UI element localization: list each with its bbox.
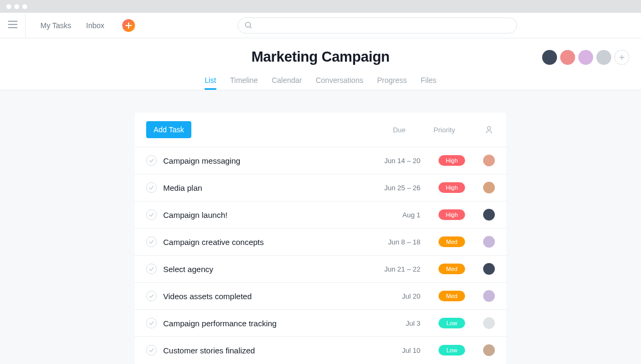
column-header-due: Due [368, 126, 406, 134]
search-input[interactable] [238, 18, 517, 33]
task-assignee[interactable] [483, 209, 495, 221]
column-header-priority: Priority [431, 126, 458, 134]
task-name[interactable]: Select agency [163, 265, 375, 274]
task-panel: Add Task Due Priority Campaign messaging… [134, 113, 507, 364]
add-member-button[interactable] [614, 50, 629, 65]
task-row[interactable]: Select agencyJun 21 – 22Med [134, 256, 507, 283]
task-name[interactable]: Campaign messaging [163, 156, 375, 165]
task-due: Jul 20 [375, 292, 420, 300]
member-avatar[interactable] [560, 50, 575, 65]
task-row[interactable]: Customer stories finalizedJul 10Low [134, 337, 507, 363]
task-row[interactable]: Campaign launch!Aug 1High [134, 201, 507, 228]
priority-badge: Med [438, 236, 465, 247]
complete-check-icon[interactable] [146, 236, 157, 247]
task-assignee[interactable] [483, 236, 495, 248]
task-assignee[interactable] [483, 182, 495, 193]
tab-conversations[interactable]: Conversations [316, 76, 364, 90]
task-name[interactable]: Media plan [163, 183, 375, 192]
task-row[interactable]: Campaign messagingJun 14 – 20High [134, 147, 507, 174]
project-header: Marketing Campaign ListTimelineCalendarC… [0, 38, 641, 90]
task-assignee[interactable] [483, 290, 495, 302]
project-tabs: ListTimelineCalendarConversationsProgres… [0, 76, 641, 90]
member-avatar[interactable] [596, 50, 611, 65]
assignee-avatar[interactable] [483, 236, 495, 248]
window-titlebar [0, 0, 641, 13]
task-row[interactable]: Videos assets completedJul 20Med [134, 283, 507, 310]
task-assignee[interactable] [483, 155, 495, 166]
task-name[interactable]: Customer stories finalized [163, 346, 375, 355]
priority-badge: Low [438, 345, 465, 355]
member-avatar[interactable] [542, 50, 557, 65]
member-avatar[interactable] [578, 50, 593, 65]
task-assignee[interactable] [483, 263, 495, 275]
svg-point-5 [246, 22, 250, 27]
complete-check-icon[interactable] [146, 318, 157, 328]
priority-badge: High [438, 182, 465, 193]
task-due: Jun 14 – 20 [375, 157, 420, 165]
task-due: Aug 1 [375, 211, 420, 219]
project-members [542, 50, 629, 65]
task-name[interactable]: Campaign launch! [163, 210, 375, 219]
assignee-avatar[interactable] [483, 182, 495, 193]
assignee-avatar[interactable] [483, 155, 495, 166]
priority-badge: High [438, 155, 465, 166]
task-assignee[interactable] [483, 317, 495, 329]
tab-files[interactable]: Files [420, 76, 436, 90]
task-due: Jul 10 [375, 346, 420, 354]
complete-check-icon[interactable] [146, 209, 157, 220]
tab-timeline[interactable]: Timeline [230, 76, 258, 90]
column-header-assignee-icon [483, 125, 495, 134]
task-assignee[interactable] [483, 344, 495, 356]
assignee-avatar[interactable] [483, 209, 495, 221]
tab-progress[interactable]: Progress [377, 76, 407, 90]
task-row[interactable]: Campaign creative conceptsJun 8 – 18Med [134, 228, 507, 256]
nav-inbox[interactable]: Inbox [86, 21, 104, 30]
complete-check-icon[interactable] [146, 291, 157, 301]
assignee-avatar[interactable] [483, 290, 495, 302]
traffic-light-minimize[interactable] [14, 4, 19, 9]
tab-list[interactable]: List [205, 76, 216, 90]
task-name[interactable]: Campaign performance tracking [163, 319, 375, 328]
assignee-avatar[interactable] [483, 263, 495, 275]
search-icon [244, 21, 252, 29]
task-name[interactable]: Campaign creative concepts [163, 238, 375, 247]
svg-point-9 [487, 126, 491, 130]
priority-badge: Low [438, 318, 465, 328]
complete-check-icon[interactable] [146, 155, 157, 166]
task-row[interactable]: Campaign performance trackingJul 3Low [134, 310, 507, 337]
nav-my-tasks[interactable]: My Tasks [40, 21, 71, 30]
menu-icon[interactable] [8, 21, 18, 30]
task-due: Jun 25 – 26 [375, 184, 420, 192]
task-due: Jul 3 [375, 319, 420, 327]
priority-badge: Med [438, 264, 465, 274]
complete-check-icon[interactable] [146, 264, 157, 274]
assignee-avatar[interactable] [483, 344, 495, 356]
assignee-avatar[interactable] [483, 317, 495, 329]
create-button[interactable] [122, 19, 135, 32]
priority-badge: High [438, 209, 465, 220]
content-area: Add Task Due Priority Campaign messaging… [0, 90, 641, 364]
tab-calendar[interactable]: Calendar [272, 76, 302, 90]
tasks-list: Campaign messagingJun 14 – 20HighMedia p… [134, 147, 507, 363]
traffic-light-close[interactable] [6, 4, 11, 9]
complete-check-icon[interactable] [146, 345, 157, 355]
task-name[interactable]: Videos assets completed [163, 292, 375, 301]
task-row[interactable]: Media planJun 25 – 26High [134, 174, 507, 201]
complete-check-icon[interactable] [146, 182, 157, 193]
svg-line-6 [250, 27, 251, 28]
search-field[interactable] [257, 21, 517, 29]
panel-header: Add Task Due Priority [134, 113, 507, 147]
task-due: Jun 8 – 18 [375, 238, 420, 246]
priority-badge: Med [438, 291, 465, 301]
add-task-button[interactable]: Add Task [146, 121, 191, 138]
top-bar: My Tasks Inbox [0, 13, 641, 38]
task-due: Jun 21 – 22 [375, 265, 420, 273]
traffic-light-zoom[interactable] [22, 4, 27, 9]
